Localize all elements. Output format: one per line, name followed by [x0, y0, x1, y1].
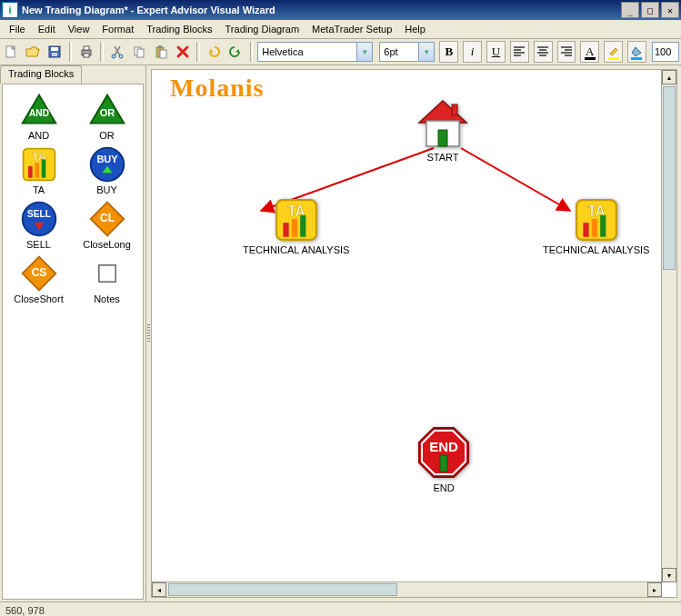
svg-rect-20	[28, 166, 33, 178]
svg-rect-13	[160, 50, 166, 58]
palette-item-sell[interactable]: SELL SELL	[6, 199, 71, 250]
minimize-button[interactable]: _	[621, 2, 639, 18]
svg-text:OR: OR	[99, 107, 115, 118]
scroll-thumb[interactable]	[168, 583, 397, 596]
svg-text:END: END	[429, 439, 458, 454]
svg-rect-12	[158, 45, 162, 48]
font-size-dropdown-button[interactable]	[419, 42, 435, 62]
palette-item-ta[interactable]: TA TA	[6, 144, 71, 195]
align-center-button[interactable]	[534, 41, 553, 63]
fill-button[interactable]	[627, 41, 646, 63]
font-dropdown-button[interactable]	[357, 42, 373, 62]
svg-rect-21	[35, 163, 39, 178]
svg-rect-46	[583, 223, 588, 237]
svg-rect-2	[51, 47, 58, 51]
palette-panel: Trading Blocks AND AND OR OR TA TA	[0, 65, 146, 601]
palette-item-closeshort[interactable]: CS CloseShort	[6, 253, 71, 304]
palette-item-label: TA	[33, 184, 45, 195]
font-color-button[interactable]: A	[580, 41, 599, 63]
palette-item-label: OR	[99, 130, 115, 141]
close-button[interactable]: ✕	[661, 2, 679, 18]
scroll-down-button[interactable]: ▾	[662, 568, 676, 582]
menu-file[interactable]: File	[4, 22, 31, 36]
svg-marker-35	[419, 101, 466, 123]
toolbar: Helvetica 6pt B i U A 100	[0, 39, 681, 65]
save-button[interactable]	[45, 41, 65, 63]
vertical-scrollbar[interactable]: ▴ ▾	[661, 70, 676, 582]
menu-view[interactable]: View	[63, 22, 95, 36]
new-button[interactable]	[2, 41, 21, 63]
node-start[interactable]: START	[416, 99, 470, 163]
diagram-canvas[interactable]: Molanis	[152, 70, 676, 597]
font-size-select[interactable]: 6pt	[379, 42, 419, 62]
svg-rect-41	[283, 223, 288, 237]
scroll-left-button[interactable]: ◂	[152, 582, 166, 597]
svg-text:AND: AND	[29, 108, 49, 118]
print-button[interactable]	[76, 41, 95, 63]
brand-logo: Molanis	[170, 74, 264, 103]
app-icon: i	[2, 2, 18, 18]
window-title: New Trading Diagram* - Expert Advisor Vi…	[22, 5, 621, 15]
status-bar: 560, 978	[0, 601, 681, 616]
undo-button[interactable]	[205, 41, 224, 63]
palette-item-closelong[interactable]: CL CloseLong	[75, 199, 139, 250]
font-select[interactable]: Helvetica	[257, 42, 357, 62]
svg-rect-47	[591, 219, 596, 237]
canvas-container: Molanis	[151, 69, 677, 598]
maximize-button[interactable]: □	[641, 2, 659, 18]
underline-button[interactable]: U	[486, 41, 506, 63]
svg-text:SELL: SELL	[27, 209, 51, 219]
menu-metatrader-setup[interactable]: MetaTrader Setup	[306, 22, 397, 36]
node-label: END	[433, 482, 454, 493]
node-label: TECHNICAL ANALYSIS	[543, 244, 649, 255]
arrow-layer	[152, 70, 676, 597]
highlight-button[interactable]	[604, 41, 623, 63]
palette-item-or[interactable]: OR OR	[75, 90, 139, 141]
open-button[interactable]	[24, 41, 43, 63]
horizontal-scrollbar[interactable]: ◂ ▸	[152, 581, 662, 597]
svg-rect-52	[440, 455, 447, 472]
scroll-up-button[interactable]: ▴	[662, 70, 676, 84]
menu-bar: File Edit View Format Trading Blocks Tra…	[0, 20, 681, 39]
node-ta-1[interactable]: TA TECHNICAL ANALYSIS	[243, 197, 349, 255]
cut-button[interactable]	[108, 41, 127, 63]
paste-button[interactable]	[152, 41, 171, 63]
delete-button[interactable]	[173, 41, 192, 63]
svg-rect-48	[600, 215, 606, 237]
copy-button[interactable]	[130, 41, 149, 63]
node-label: TECHNICAL ANALYSIS	[243, 244, 349, 255]
house-icon	[416, 99, 470, 150]
redo-button[interactable]	[226, 41, 245, 63]
svg-rect-43	[300, 215, 305, 237]
palette-item-label: SELL	[26, 239, 51, 250]
menu-edit[interactable]: Edit	[33, 22, 61, 36]
menu-trading-diagram[interactable]: Trading Diagram	[220, 22, 305, 36]
menu-trading-blocks[interactable]: Trading Blocks	[141, 22, 217, 36]
svg-rect-37	[438, 130, 447, 146]
align-right-button[interactable]	[557, 41, 576, 63]
scroll-thumb[interactable]	[663, 86, 676, 270]
zoom-field[interactable]: 100	[652, 42, 679, 62]
svg-text:BUY: BUY	[96, 154, 118, 164]
node-label: START	[426, 152, 458, 163]
palette-item-label: BUY	[96, 184, 117, 195]
palette-item-notes[interactable]: Notes	[75, 253, 139, 304]
stop-icon: END	[416, 424, 472, 481]
svg-rect-5	[84, 46, 89, 50]
scroll-right-button[interactable]: ▸	[647, 582, 662, 597]
svg-rect-6	[84, 54, 89, 57]
palette-tab[interactable]: Trading Blocks	[0, 65, 82, 84]
palette-item-and[interactable]: AND AND	[6, 90, 71, 141]
align-left-button[interactable]	[510, 41, 529, 63]
menu-help[interactable]: Help	[399, 22, 431, 36]
palette-body: AND AND OR OR TA TA BUY BUY	[2, 84, 144, 600]
svg-rect-31	[98, 265, 115, 282]
palette-item-buy[interactable]: BUY BUY	[75, 144, 139, 195]
menu-format[interactable]: Format	[96, 22, 139, 36]
bold-button[interactable]: B	[439, 41, 458, 63]
node-ta-2[interactable]: TA TECHNICAL ANALYSIS	[543, 197, 649, 255]
svg-rect-3	[52, 53, 57, 56]
svg-rect-22	[41, 160, 45, 178]
node-end[interactable]: END END	[416, 424, 472, 493]
italic-button[interactable]: i	[463, 41, 482, 63]
